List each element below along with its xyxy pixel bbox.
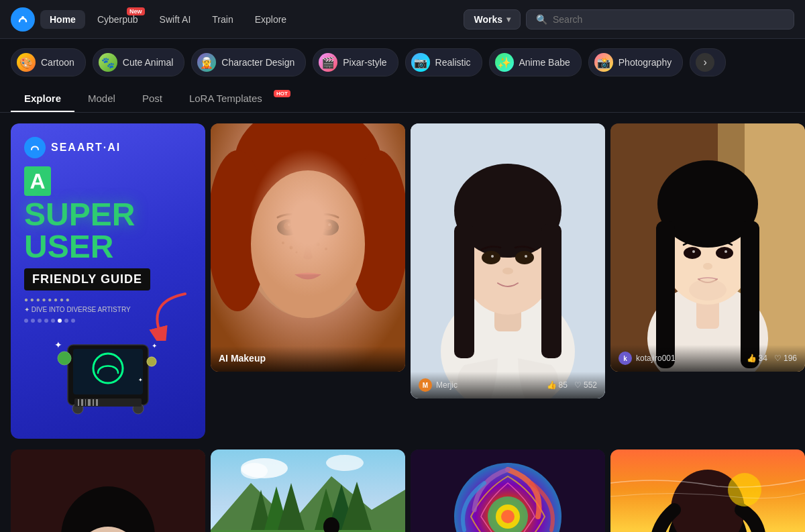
svg-point-37 [309,240,311,242]
gallery-item-colorful[interactable] [411,449,605,532]
svg-rect-12 [88,399,91,406]
svg-point-87 [326,455,364,471]
svg-point-15 [58,352,71,365]
svg-point-24 [348,150,405,311]
cat-pill-photography[interactable]: 📸 Photography [588,48,683,76]
author-avatar-kotajiro: k [619,352,632,365]
svg-point-21 [241,144,375,318]
banner-stars: ● ● ● ● ● ● ● ● [24,296,70,303]
heart-number: 552 [584,380,597,390]
gallery-item-ai-makeup[interactable]: AI Makeup [211,123,405,372]
subtab-lora[interactable]: LoRA Templates HOT [176,86,292,112]
cat-avatar-more: › [696,53,714,72]
card-author-kotajiro: k kotajiro001 [619,352,676,365]
heart-count-window: ♡ 196 [774,354,797,363]
subtab-bar: Explore Model Post LoRA Templates HOT [0,86,805,113]
banner-a-letter: A [24,166,51,196]
lora-hot-badge: HOT [274,90,290,97]
author-name-kotajiro: kotajiro001 [636,354,676,363]
cat-pill-pixar[interactable]: 🎬 Pixar-style [313,48,398,76]
cat-avatar-realistic: 📷 [411,53,430,72]
nav-swiftai[interactable]: Swift AI [150,10,201,29]
cat-label-anime-babe: Anime Babe [519,57,570,68]
navbar: Home Cyberpub New Swift AI Train Explore… [0,0,805,39]
svg-point-1 [21,16,24,19]
nav-cyberpub[interactable]: Cyberpub New [88,10,148,29]
banner-super-text: SUPER [24,199,135,231]
gallery-item-window[interactable]: k kotajiro001 👍 34 ♡ 196 [610,123,805,372]
banner-sub-text: ✦ DIVE INTO DIVERSE ARTISTRY [24,306,131,313]
svg-point-48 [515,251,534,264]
red-arrow-svg [138,287,192,341]
svg-point-39 [282,242,284,244]
svg-rect-14 [96,399,98,406]
gallery-item-landscape[interactable] [211,449,405,532]
cat-avatar-anime-babe: ✨ [495,53,514,72]
banner-inner: SEAART·AI A SUPER USER FRIENDLY GUIDE ● … [11,123,205,439]
gallery-grid: SEAART·AI A SUPER USER FRIENDLY GUIDE ● … [0,113,805,449]
card-stats-sweater: 👍 85 ♡ 552 [547,380,597,390]
search-bar[interactable]: 🔍 [526,9,794,30]
cyberpub-new-badge: New [127,7,145,15]
works-dropdown-button[interactable]: Works ▾ [464,9,521,30]
svg-point-22 [234,123,382,224]
svg-point-26 [277,219,299,235]
svg-rect-4 [73,349,143,394]
cat-pill-cute-animal[interactable]: 🐾 Cute Animal [93,48,184,76]
nav-train[interactable]: Train [203,10,242,29]
svg-point-27 [317,219,339,235]
heart-count-sweater: ♡ 552 [574,380,597,390]
bottom-portrait-image [11,449,205,532]
svg-point-0 [16,13,30,26]
heart-number-window: 196 [784,354,797,363]
svg-point-29 [324,222,332,230]
cat-label-cute-animal: Cute Animal [123,57,173,68]
svg-point-25 [251,170,365,318]
banner-logo-row: SEAART·AI [24,137,121,158]
window-svg [610,123,805,372]
svg-point-28 [284,222,292,230]
nav-explore[interactable]: Explore [246,10,296,29]
cat-pill-more[interactable]: › [690,48,726,76]
app-logo[interactable] [11,7,35,32]
nav-home[interactable]: Home [40,10,85,29]
author-avatar-merjic: M [419,378,432,392]
svg-point-30 [288,223,290,226]
cat-pill-anime-babe[interactable]: ✨ Anime Babe [489,48,582,76]
gallery-item-bottom-portrait[interactable] [11,449,205,532]
subtab-explore[interactable]: Explore [11,86,74,112]
card-title-ai-makeup: AI Makeup [219,353,397,364]
gallery-bottom-row [0,449,805,532]
svg-point-50 [525,255,527,258]
banner-card[interactable]: SEAART·AI A SUPER USER FRIENDLY GUIDE ● … [11,123,205,439]
sweater-girl-image [411,123,605,398]
cat-avatar-cute-animal: 🐾 [99,53,117,72]
card-stats-window: 👍 34 ♡ 196 [747,354,797,363]
cat-pill-character[interactable]: 🧝 Character Design [191,48,306,76]
banner-user-text: USER [24,231,113,263]
search-input[interactable] [553,14,784,25]
subtab-model[interactable]: Model [74,86,129,112]
svg-point-62 [716,247,733,259]
card-info-sweater: M Merjic 👍 85 ♡ 552 [411,372,605,398]
colorful-image [411,449,605,532]
svg-rect-9 [78,399,79,406]
cat-pill-cartoon[interactable]: 🎨 Cartoon [11,48,86,76]
landscape-svg [211,449,405,532]
banner-guide-text: FRIENDLY GUIDE [24,268,150,290]
gallery-item-sunset[interactable] [610,449,805,532]
svg-point-16 [147,357,156,366]
card-meta-window: k kotajiro001 👍 34 ♡ 196 [619,352,797,365]
sweater-svg [411,123,605,398]
subtab-post[interactable]: Post [129,86,176,112]
svg-point-47 [482,251,500,264]
cat-label-cartoon: Cartoon [41,57,74,68]
svg-point-34 [317,243,320,246]
sunset-image [610,449,805,532]
gallery-item-sweater[interactable]: M Merjic 👍 85 ♡ 552 [411,123,605,398]
cat-pill-realistic[interactable]: 📷 Realistic [405,48,482,76]
svg-point-23 [211,150,268,311]
window-girl-image [610,123,805,372]
svg-point-63 [692,250,695,253]
category-bar: 🎨 Cartoon 🐾 Cute Animal 🧝 Character Desi… [0,39,805,86]
